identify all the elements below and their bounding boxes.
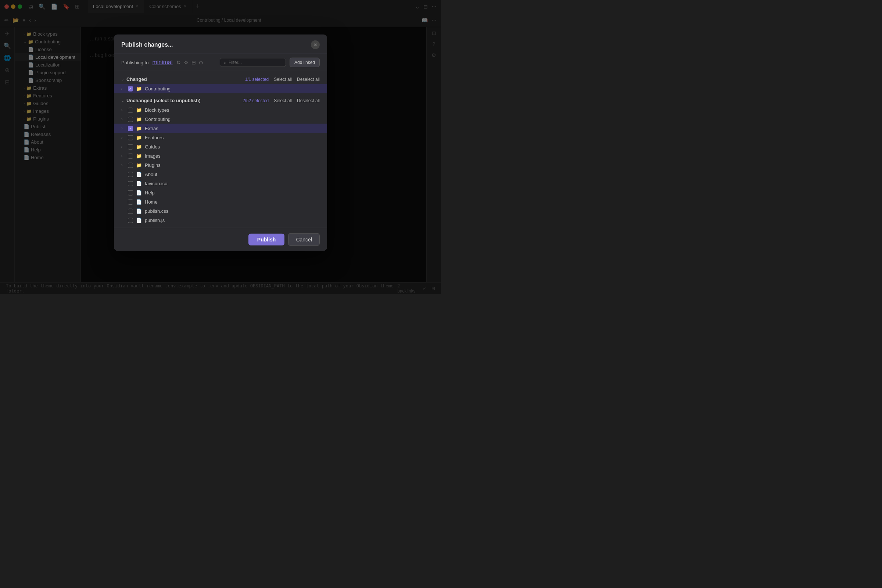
folder-icon: 📁	[136, 135, 142, 140]
unchanged-deselect-all[interactable]: Deselect all	[297, 98, 320, 103]
file-name: Contributing	[145, 86, 171, 92]
folder-icon: 📁	[136, 153, 142, 159]
checkbox-plugins[interactable]	[128, 162, 133, 168]
filter-input-wrapper: ⌕	[220, 58, 286, 67]
changed-deselect-all[interactable]: Deselect all	[297, 76, 320, 82]
changed-item-contributing[interactable]: › 📁 Contributing	[114, 84, 327, 93]
unchanged-item-images[interactable]: › 📁 Images	[114, 152, 327, 160]
file-name: Images	[145, 153, 160, 159]
filter-input[interactable]	[229, 60, 282, 65]
checkbox-contributing-changed[interactable]	[128, 86, 133, 91]
row-chevron-right-icon: ›	[121, 163, 125, 167]
dialog-close-button[interactable]: ✕	[311, 40, 320, 49]
section-chevron-down-icon[interactable]: ⌄	[121, 99, 124, 102]
cancel-button[interactable]: Cancel	[288, 233, 320, 246]
unchanged-item-block-types[interactable]: › 📁 Block types	[114, 105, 327, 115]
unchanged-item-about[interactable]: › 📄 About	[114, 170, 327, 179]
file-name: Contributing	[145, 117, 171, 122]
unchanged-select-all[interactable]: Select all	[274, 98, 292, 103]
checkbox-favicon[interactable]	[128, 181, 133, 186]
folder-icon: 📁	[136, 126, 142, 131]
unchanged-item-guides[interactable]: › 📁 Guides	[114, 142, 327, 152]
unchanged-section-title: Unchanged (select to unpublish)	[126, 98, 201, 103]
refresh-icon[interactable]: ↻	[176, 60, 181, 65]
unchanged-section-header: ⌄ Unchanged (select to unpublish) 2/52 s…	[114, 96, 327, 105]
changed-section-title: Changed	[126, 76, 147, 82]
dialog-footer: Publish Cancel	[114, 228, 327, 251]
unchanged-item-contributing[interactable]: › 📁 Contributing	[114, 115, 327, 124]
file-icon: 📄	[136, 172, 142, 177]
changed-section-header: ⌄ Changed 1/1 selected Select all Desele…	[114, 74, 327, 84]
changed-select-all[interactable]: Select all	[274, 76, 292, 82]
row-chevron-right-icon: ›	[121, 87, 125, 91]
dialog-header: Publish changes... ✕	[114, 34, 327, 54]
row-chevron-right-icon: ›	[121, 108, 125, 112]
unchanged-count: 2/52 selected	[243, 98, 268, 103]
file-name: About	[145, 172, 157, 177]
publish-dialog: Publish changes... ✕ Publishing to minim…	[114, 34, 327, 251]
folder-icon: 📁	[136, 86, 142, 92]
file-icon: 📄	[136, 218, 142, 223]
publish-button[interactable]: Publish	[248, 234, 285, 246]
settings-icon[interactable]: ⚙	[184, 60, 189, 65]
add-linked-button[interactable]: Add linked	[290, 58, 320, 67]
folder-icon: 📁	[136, 117, 142, 122]
row-chevron-right-icon: ›	[121, 126, 125, 130]
file-name: Home	[145, 199, 158, 205]
checkbox-about[interactable]	[128, 172, 133, 177]
unchanged-item-extras[interactable]: › 📁 Extras	[114, 124, 327, 133]
publishing-to-label: Publishing to	[121, 60, 148, 65]
row-chevron-right-icon: ›	[121, 117, 125, 121]
file-name: Features	[145, 135, 164, 140]
subheader-icons: ↻ ⚙ ⊟ ⊙	[176, 60, 203, 65]
person-icon[interactable]: ⊙	[199, 60, 203, 65]
checkbox-block-types[interactable]	[128, 107, 133, 112]
section-chevron-down-icon[interactable]: ⌄	[121, 77, 124, 81]
checkbox-contributing[interactable]	[128, 117, 133, 122]
file-name: Extras	[145, 126, 158, 131]
unchanged-item-plugins[interactable]: › 📁 Plugins	[114, 160, 327, 170]
changed-count: 1/1 selected	[245, 76, 269, 82]
dialog-title: Publish changes...	[121, 42, 173, 48]
file-name: Help	[145, 190, 155, 195]
file-name: Guides	[145, 144, 160, 150]
file-icon: 📄	[136, 208, 142, 214]
checkbox-home[interactable]	[128, 199, 133, 204]
file-name: favicon.ico	[145, 181, 167, 186]
file-icon: 📄	[136, 190, 142, 195]
checkbox-publish-js[interactable]	[128, 218, 133, 223]
dialog-subheader: Publishing to minimal ↻ ⚙ ⊟ ⊙ ⌕ Add link…	[114, 54, 327, 71]
filter-icon[interactable]: ⊟	[192, 60, 196, 65]
publishing-target-link[interactable]: minimal	[152, 59, 172, 66]
checkbox-help[interactable]	[128, 190, 133, 195]
folder-icon: 📁	[136, 162, 142, 168]
dialog-body: ⌄ Changed 1/1 selected Select all Desele…	[114, 71, 327, 228]
file-name: publish.css	[145, 208, 168, 214]
search-icon: ⌕	[224, 60, 226, 65]
unchanged-item-features[interactable]: › 📁 Features	[114, 133, 327, 142]
unchanged-item-favicon[interactable]: › 📄 favicon.ico	[114, 179, 327, 188]
unchanged-item-help[interactable]: › 📄 Help	[114, 188, 327, 197]
row-chevron-right-icon: ›	[121, 136, 125, 140]
file-name: Block types	[145, 107, 169, 113]
unchanged-item-publish-css[interactable]: › 📄 publish.css	[114, 207, 327, 216]
checkbox-images[interactable]	[128, 153, 133, 158]
folder-icon: 📁	[136, 107, 142, 113]
checkbox-guides[interactable]	[128, 144, 133, 149]
unchanged-item-home[interactable]: › 📄 Home	[114, 197, 327, 207]
file-icon: 📄	[136, 199, 142, 205]
row-chevron-right-icon: ›	[121, 154, 125, 158]
unchanged-item-publish-js[interactable]: › 📄 publish.js	[114, 216, 327, 225]
checkbox-publish-css[interactable]	[128, 208, 133, 213]
row-chevron-right-icon: ›	[121, 145, 125, 149]
folder-icon: 📁	[136, 144, 142, 150]
checkbox-extras[interactable]	[128, 126, 133, 131]
file-name: publish.js	[145, 218, 165, 223]
checkbox-features[interactable]	[128, 135, 133, 140]
file-icon: 📄	[136, 181, 142, 186]
file-name: Plugins	[145, 162, 160, 168]
